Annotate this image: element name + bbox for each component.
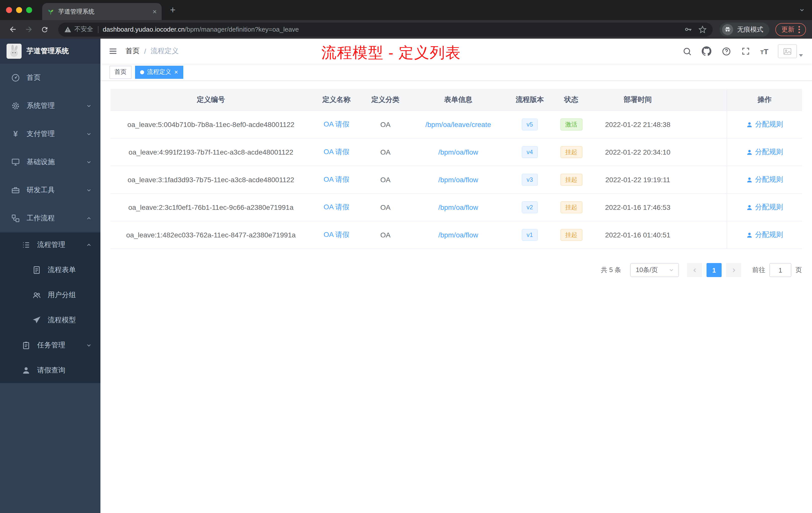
sidebar-item-label: 流程模型 [48, 316, 76, 325]
col-header-time: 部署时间 [590, 89, 686, 111]
sidebar-toggle-icon[interactable] [100, 39, 125, 64]
screen: 芋道管理系统 × + 不安全 dashboard.yudao.iocoder.c… [0, 0, 812, 513]
form-link[interactable]: /bpm/oa/flow [438, 203, 478, 211]
assign-rule-button[interactable]: 分配规则 [746, 148, 783, 157]
sidebar-item-infrastructure[interactable]: 基础设施 [0, 148, 100, 176]
font-size-icon[interactable]: TT [760, 47, 768, 56]
prev-page-button[interactable] [687, 263, 702, 277]
yen-icon: ¥ [11, 129, 20, 139]
password-key-icon[interactable] [684, 25, 693, 34]
browser-tab[interactable]: 芋道管理系统 × [42, 3, 162, 20]
user-icon [746, 204, 753, 211]
forward-icon[interactable] [22, 23, 35, 36]
definition-name-link[interactable]: OA 请假 [324, 231, 349, 239]
sidebar-item-process-form[interactable]: 流程表单 [0, 258, 100, 282]
definition-name-link[interactable]: OA 请假 [324, 203, 349, 212]
search-icon[interactable] [682, 46, 692, 56]
reload-icon[interactable] [38, 23, 51, 36]
cell-category: OA [361, 166, 409, 193]
cell-definition-id: oa_leave:2:3c1f0ef1-76b1-11ec-9c66-a2380… [111, 194, 311, 221]
version-badge: v4 [522, 146, 538, 158]
paper-plane-icon [32, 316, 41, 325]
omnibox-actions [684, 25, 706, 34]
col-header-actions: 操作 [727, 89, 802, 111]
tab-title: 芋道管理系统 [58, 7, 149, 16]
chrome-update-button[interactable]: 更新 [775, 23, 806, 36]
user-icon [22, 366, 31, 375]
assign-rule-button[interactable]: 分配规则 [746, 231, 783, 239]
sidebar-item-label: 流程管理 [37, 240, 65, 249]
tab-close-icon[interactable]: × [153, 8, 157, 15]
form-link[interactable]: /bpm/oa/leave/create [425, 120, 491, 128]
assign-rule-button[interactable]: 分配规则 [746, 203, 783, 212]
sidebar-item-label: 任务管理 [37, 341, 65, 350]
definition-name-link[interactable]: OA 请假 [324, 120, 349, 129]
sidebar-item-user-groups[interactable]: 用户分组 [0, 282, 100, 308]
assign-rule-button[interactable]: 分配规则 [746, 120, 783, 129]
assign-rule-button[interactable]: 分配规则 [746, 175, 783, 184]
incognito-icon [722, 24, 733, 35]
form-link[interactable]: /bpm/oa/flow [438, 176, 478, 184]
back-icon[interactable] [6, 23, 19, 36]
new-tab-button[interactable]: + [166, 3, 180, 17]
page-size-select[interactable]: 10条/页 [630, 263, 679, 277]
sidebar-item-task-management[interactable]: 任务管理 [0, 333, 100, 358]
table-row: oa_leave:5:004b710b-7b8a-11ec-8ef0-acde4… [111, 111, 802, 139]
incognito-badge[interactable]: 无痕模式 [720, 22, 769, 36]
window-zoom-button[interactable] [26, 7, 32, 13]
sidebar-item-payment[interactable]: ¥ 支付管理 [0, 120, 100, 148]
security-indicator[interactable]: 不安全 [64, 25, 93, 34]
goto-page-input[interactable] [769, 263, 791, 277]
window-minimize-button[interactable] [16, 7, 22, 13]
sidebar-item-label: 流程表单 [48, 266, 76, 275]
sidebar-item-system[interactable]: 系统管理 [0, 92, 100, 120]
tag-home[interactable]: 首页 [110, 65, 132, 79]
browser-menu-icon[interactable] [799, 26, 800, 33]
github-icon[interactable] [701, 46, 712, 56]
version-badge: v2 [522, 201, 538, 213]
sidebar-item-dev-tools[interactable]: 研发工具 [0, 176, 100, 204]
workflow-submenu: 流程管理 流程表单 用户分组 [0, 233, 100, 383]
next-page-button[interactable] [726, 263, 741, 277]
current-page-button[interactable]: 1 [706, 263, 722, 277]
fullscreen-icon[interactable] [741, 46, 751, 56]
user-icon [746, 232, 753, 238]
address-bar[interactable]: 不安全 dashboard.yudao.iocoder.cn/bpm/manag… [58, 22, 713, 36]
status-badge: 挂起 [560, 201, 582, 213]
sidebar-item-home[interactable]: 首页 [0, 64, 100, 92]
sidebar-item-process-management[interactable]: 流程管理 [0, 233, 100, 258]
version-badge: v5 [522, 118, 538, 130]
breadcrumb-separator: / [144, 47, 146, 55]
tag-close-icon[interactable]: × [174, 69, 178, 75]
version-badge: v1 [522, 229, 538, 241]
chevron-down-icon [86, 342, 92, 349]
page-unit-label: 页 [795, 266, 802, 275]
cell-definition-id: oa_leave:1:482ec033-762a-11ec-8477-a2380… [111, 221, 311, 248]
definition-name-link[interactable]: OA 请假 [324, 175, 349, 184]
tag-process-definition[interactable]: 流程定义 × [135, 65, 183, 79]
url-text: dashboard.yudao.iocoder.cn/bpm/manager/d… [103, 26, 299, 33]
window-close-button[interactable] [6, 7, 12, 13]
sidebar-item-label: 请假查询 [37, 366, 65, 375]
cell-category: OA [361, 194, 409, 221]
status-badge: 挂起 [560, 229, 582, 241]
chevron-down-icon [86, 159, 92, 165]
col-header-id: 定义编号 [111, 89, 311, 111]
form-link[interactable]: /bpm/oa/flow [438, 231, 478, 239]
monitor-icon [11, 158, 20, 167]
gear-icon [11, 101, 20, 111]
sidebar-item-workflow[interactable]: 工作流程 [0, 204, 100, 233]
app-frame: 芋道管理系统 首页 系统管理 ¥ [0, 39, 812, 513]
sidebar-item-process-model[interactable]: 流程模型 [0, 308, 100, 333]
tag-label: 流程定义 [147, 68, 171, 76]
user-group-icon [32, 291, 41, 300]
sidebar-item-leave-query[interactable]: 请假查询 [0, 358, 100, 383]
definition-name-link[interactable]: OA 请假 [324, 148, 349, 157]
breadcrumb-home[interactable]: 首页 [125, 47, 140, 56]
tab-search-icon[interactable] [799, 7, 805, 13]
user-icon [746, 176, 753, 183]
user-avatar[interactable] [778, 44, 803, 58]
bookmark-star-icon[interactable] [698, 25, 706, 33]
form-link[interactable]: /bpm/oa/flow [438, 148, 478, 156]
help-icon[interactable] [721, 46, 731, 56]
